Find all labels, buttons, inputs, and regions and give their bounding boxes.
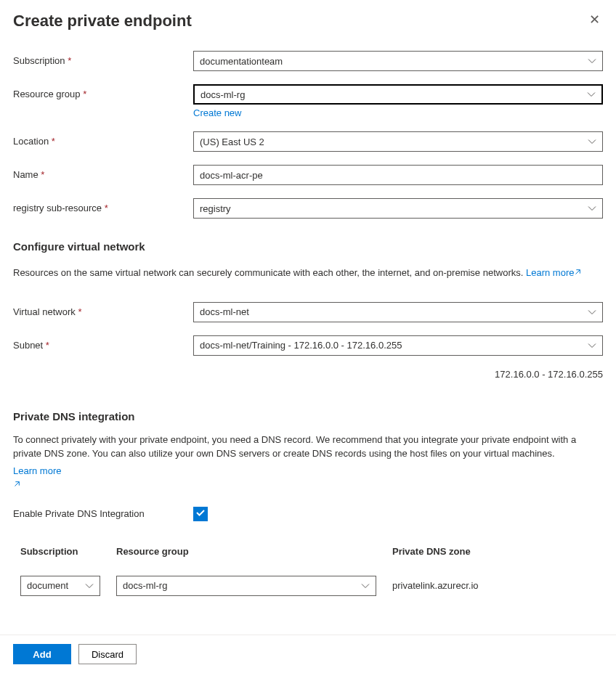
dns-col-rg-header: Resource group [116,546,376,557]
chevron-down-icon [85,582,94,590]
location-dropdown[interactable]: (US) East US 2 [193,131,603,152]
dns-table: Subscription document Resource group doc… [13,546,603,596]
required-star: * [68,55,71,66]
subscription-label: Subscription * [13,51,193,66]
resource-group-dropdown[interactable]: docs-ml-rg [193,84,603,105]
chevron-down-icon [588,341,596,350]
enable-dns-checkbox[interactable] [193,507,208,521]
check-icon [195,507,206,520]
name-input[interactable] [193,165,603,185]
virtual-network-label: Virtual network * [13,302,193,317]
dns-zone-value: privatelink.azurecr.io [392,576,596,591]
chevron-down-icon [588,308,596,317]
enable-dns-label: Enable Private DNS Integration [13,508,193,519]
chevron-down-icon [588,57,596,65]
subnet-label: Subnet * [13,335,193,351]
location-value: (US) East US 2 [200,136,264,147]
close-icon: ✕ [589,12,600,27]
create-new-link[interactable]: Create new [193,107,241,118]
dns-learn-more-link[interactable]: Learn more [13,464,61,492]
chevron-down-icon [588,204,596,213]
dns-col-zone-header: Private DNS zone [392,546,596,557]
sub-resource-dropdown[interactable]: registry [193,198,603,219]
chevron-down-icon [588,137,596,146]
external-link-icon [13,479,20,490]
dns-subscription-dropdown[interactable]: document [20,576,100,596]
virtual-network-value: docs-ml-net [200,306,249,317]
subnet-dropdown[interactable]: docs-ml-net/Training - 172.16.0.0 - 172.… [193,335,603,356]
required-star: * [105,203,108,213]
dns-subscription-value: document [27,580,68,591]
close-button[interactable]: ✕ [586,12,603,28]
chevron-down-icon [587,90,596,99]
dns-rg-value: docs-ml-rg [123,580,167,591]
required-star: * [78,306,81,317]
add-button[interactable]: Add [13,644,71,664]
vnet-description: Resources on the same virtual network ca… [13,263,603,280]
resource-group-value: docs-ml-rg [200,89,245,100]
virtual-network-dropdown[interactable]: docs-ml-net [193,302,603,322]
required-star: * [83,89,86,99]
subscription-dropdown[interactable]: documentationteam [193,51,603,71]
external-link-icon [574,267,581,278]
resource-group-label: Resource group * [13,84,193,99]
vnet-heading: Configure virtual network [13,240,603,253]
required-star: * [52,136,55,147]
subnet-address-range: 172.16.0.0 - 172.16.0.255 [13,369,603,380]
subscription-value: documentationteam [200,56,283,67]
location-label: Location * [13,131,193,147]
discard-button[interactable]: Discard [78,644,137,664]
required-star: * [46,340,49,351]
required-star: * [41,169,44,180]
subnet-value: docs-ml-net/Training - 172.16.0.0 - 172.… [200,340,402,351]
dns-heading: Private DNS integration [13,410,603,423]
vnet-learn-more-link[interactable]: Learn more [526,266,581,280]
dns-col-subscription-header: Subscription [20,546,100,557]
sub-resource-value: registry [200,203,231,214]
name-label: Name * [13,165,193,180]
dns-resource-group-dropdown[interactable]: docs-ml-rg [116,576,376,596]
page-title: Create private endpoint [13,12,192,30]
chevron-down-icon [361,582,370,590]
dns-description: To connect privately with your private e… [13,433,603,492]
footer: Add Discard [0,635,616,673]
sub-resource-label: registry sub-resource * [13,198,193,213]
